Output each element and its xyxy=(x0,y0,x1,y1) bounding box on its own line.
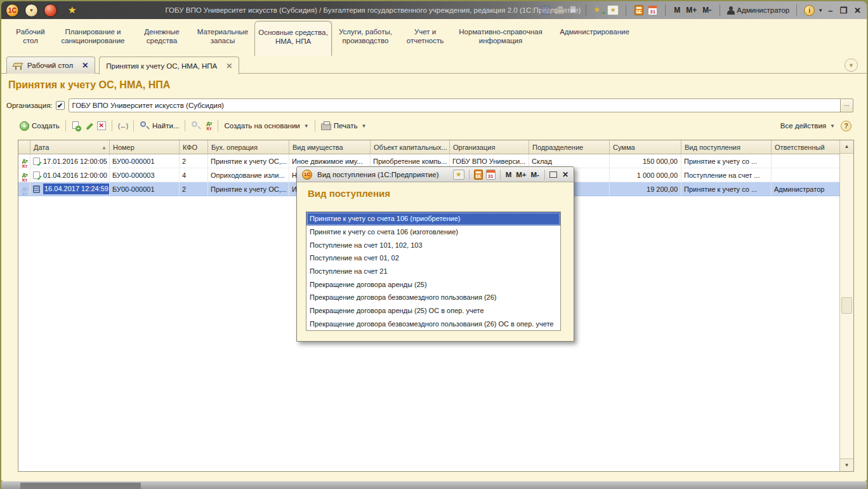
section-desktop[interactable]: Рабочий стол xyxy=(8,19,53,56)
copy-button[interactable]: + xyxy=(70,120,82,132)
unposted-doc-icon xyxy=(33,185,42,194)
table-header: Дата▲ Номер КФО Бух. операция Вид имущес… xyxy=(18,140,853,154)
titlebar-separator xyxy=(586,4,586,16)
dtkt-button[interactable]: ДтКт xyxy=(203,119,214,133)
section-administration[interactable]: Администрирование xyxy=(550,19,639,56)
memory-mplus-button[interactable]: М+ xyxy=(685,6,698,15)
dtkt-icon: ДтКт xyxy=(21,171,28,182)
dialog-restore-button[interactable] xyxy=(549,171,557,178)
list-item[interactable]: Поступление на счет 101, 102, 103 xyxy=(306,238,560,251)
section-fixed-assets[interactable]: Основные средства, НМА, НПА xyxy=(254,21,332,56)
help-icon[interactable]: ? xyxy=(841,121,852,131)
dialog-header: Вид поступления xyxy=(308,188,390,199)
find-button[interactable]: Найти... xyxy=(138,119,181,132)
clear-find-button[interactable] xyxy=(189,119,203,132)
list-item[interactable]: Поступление на счет 01, 02 xyxy=(306,251,560,265)
user-icon xyxy=(727,6,735,15)
titlebar-separator xyxy=(796,4,797,16)
vertical-scrollbar[interactable]: ▲ ▼ xyxy=(839,140,853,471)
favorites-add-icon[interactable]: ★ xyxy=(453,170,464,180)
column-date[interactable]: Дата▲ xyxy=(30,140,110,154)
tab-close-icon[interactable]: ✕ xyxy=(82,61,88,70)
scroll-down-button[interactable]: ▼ xyxy=(840,459,853,471)
memory-mminus-button[interactable]: М- xyxy=(701,6,713,15)
organization-ellipsis-button[interactable]: ... xyxy=(841,98,853,112)
1c-logo-icon[interactable]: 1С xyxy=(6,4,19,17)
info-caret-icon[interactable]: ▼ xyxy=(818,8,823,13)
calendar-icon[interactable]: 31 xyxy=(647,5,658,15)
edit-button[interactable] xyxy=(82,120,95,131)
list-item[interactable]: Поступление на счет 21 xyxy=(306,265,560,278)
titlebar-separator xyxy=(665,4,666,16)
calendar-icon[interactable]: 31 xyxy=(486,170,496,180)
organization-input[interactable]: ГОБУ ВПО Университет искусств (Субсидия) xyxy=(69,98,841,112)
favorites-go-icon[interactable]: ★ xyxy=(593,5,604,15)
set-period-button[interactable]: (↔) xyxy=(116,121,129,131)
1c-logo-icon: 1С xyxy=(302,170,312,180)
list-item[interactable]: Прекращение договора аренды (25) xyxy=(306,278,560,291)
delete-button[interactable]: ✕ xyxy=(95,120,108,131)
memory-m-button[interactable]: М xyxy=(505,171,513,178)
section-services[interactable]: Услуги, работы, производство xyxy=(332,19,399,56)
calculator-icon[interactable] xyxy=(633,5,644,15)
tab-list-dropdown[interactable]: ▼ xyxy=(845,58,858,72)
list-item[interactable]: Прекращение договора аренды (25) ОС в оп… xyxy=(306,304,560,318)
section-planning[interactable]: Планирование и санкционирование xyxy=(53,19,133,56)
dialog-close-button[interactable]: ✕ xyxy=(562,170,569,179)
calculator-icon[interactable] xyxy=(474,170,483,180)
column-org[interactable]: Организация xyxy=(450,140,529,154)
print-icon[interactable] xyxy=(554,5,565,15)
list-toolbar: +Создать + ✕ (↔) Найти... ДтКт Создать н… xyxy=(18,118,852,133)
favorites-add-icon[interactable]: ★ xyxy=(607,5,619,15)
list-item-selected[interactable]: Принятие к учету со счета 106 (приобрете… xyxy=(306,212,560,225)
info-icon[interactable]: i xyxy=(804,5,815,16)
save-icon[interactable] xyxy=(540,5,551,15)
column-number[interactable]: Номер xyxy=(110,140,180,154)
taskbar-block xyxy=(20,483,141,489)
receipt-type-list: Принятие к учету со счета 106 (приобрете… xyxy=(306,211,561,331)
sort-icon: ▲ xyxy=(102,145,107,151)
column-sum[interactable]: Сумма xyxy=(610,140,681,154)
column-status[interactable] xyxy=(18,140,30,154)
section-accounting[interactable]: Учет и отчетность xyxy=(399,19,451,56)
print-button[interactable]: Печать▼ xyxy=(319,120,369,131)
create-button[interactable]: +Создать xyxy=(18,120,62,132)
posted-doc-icon: ✓ xyxy=(33,171,42,180)
column-responsible[interactable]: Ответственный xyxy=(772,140,839,154)
column-property[interactable]: Вид имущества xyxy=(289,140,371,154)
column-dept[interactable]: Подразделение xyxy=(529,140,610,154)
section-materials[interactable]: Материальные запасы xyxy=(191,19,254,56)
close-button[interactable]: ✕ xyxy=(852,6,863,15)
record-button[interactable] xyxy=(44,4,57,17)
column-operation[interactable]: Бух. операция xyxy=(208,140,289,154)
tab-close-icon[interactable]: ✕ xyxy=(226,62,232,70)
titlebar-separator xyxy=(61,4,62,16)
tab-desktop[interactable]: Рабочий стол ✕ xyxy=(6,57,95,74)
section-reference[interactable]: Нормативно-справочная информация xyxy=(451,19,550,56)
memory-m-button[interactable]: М xyxy=(673,6,681,15)
posted-doc-icon: ✓ xyxy=(33,157,42,166)
column-receipt[interactable]: Вид поступления xyxy=(681,140,772,154)
current-user: Администратор xyxy=(727,6,789,15)
organization-checkbox[interactable]: ✔ xyxy=(56,101,65,110)
column-object[interactable]: Объект капитальных... xyxy=(371,140,450,154)
section-money[interactable]: Денежные средства xyxy=(133,19,191,56)
memory-mplus-button[interactable]: М+ xyxy=(515,171,527,178)
column-kfo[interactable]: КФО xyxy=(180,140,208,154)
create-based-button[interactable]: Создать на основании▼ xyxy=(222,121,310,131)
scroll-thumb[interactable] xyxy=(841,297,852,314)
list-item[interactable]: Принятие к учету со счета 106 (изготовле… xyxy=(306,225,560,239)
restore-button[interactable]: ❐ xyxy=(838,6,849,15)
minimize-button[interactable]: – xyxy=(826,6,834,15)
list-item[interactable]: Прекращение договора безвозмездного поль… xyxy=(306,291,560,304)
organization-row: Организация: ✔ ГОБУ ВПО Университет иску… xyxy=(6,98,853,113)
taskbar-strip xyxy=(1,481,867,489)
scroll-up-button[interactable]: ▲ xyxy=(840,140,853,154)
list-item[interactable]: Прекращение договора безвозмездного поль… xyxy=(306,317,560,330)
memory-mminus-button[interactable]: М- xyxy=(530,171,540,178)
all-actions-button[interactable]: Все действия▼ xyxy=(779,121,837,131)
tab-acceptance[interactable]: Принятия к учету ОС, НМА, НПА ✕ xyxy=(99,57,239,74)
main-menu-button[interactable]: ▼ xyxy=(25,4,38,17)
favorites-star-icon[interactable]: ★ xyxy=(68,4,76,16)
preview-icon[interactable] xyxy=(568,5,579,15)
